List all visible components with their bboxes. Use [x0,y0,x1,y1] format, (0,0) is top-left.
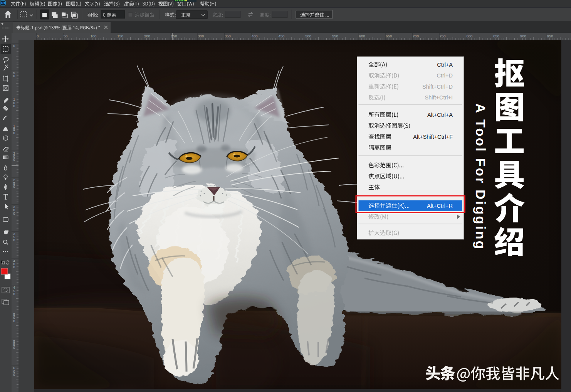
svg-text:700: 700 [413,34,419,38]
svg-text:Ctrl+A: Ctrl+A [437,62,453,68]
svg-text:0: 0 [13,211,15,215]
svg-text:400: 400 [252,34,258,38]
svg-text:200: 200 [144,34,150,38]
svg-text:0: 0 [13,292,15,296]
svg-text:Ps: Ps [1,1,5,5]
svg-text:750: 750 [440,34,446,38]
svg-text:300: 300 [198,34,204,38]
svg-text:0: 0 [13,131,15,135]
svg-text:Alt+Shift+Ctrl+F: Alt+Shift+Ctrl+F [413,134,453,140]
svg-text:600: 600 [359,34,365,38]
svg-text:0: 0 [13,238,15,242]
svg-text:0: 0 [13,104,15,108]
svg-text:0: 0 [13,184,15,188]
svg-text:550: 550 [332,34,338,38]
svg-text:Shift+Ctrl+I: Shift+Ctrl+I [425,94,453,101]
svg-text:0: 0 [13,319,15,323]
svg-text:Alt+Ctrl+A: Alt+Ctrl+A [427,112,453,118]
svg-text:50: 50 [64,34,68,38]
svg-text:450: 450 [278,34,284,38]
svg-text:850: 850 [493,34,499,38]
svg-text:0: 0 [13,157,15,162]
svg-text:950: 950 [547,34,553,38]
svg-text:0: 0 [13,265,15,269]
svg-text:250: 250 [171,34,177,38]
svg-text:0: 0 [37,34,39,38]
svg-text:Alt+Ctrl+R: Alt+Ctrl+R [427,203,453,209]
svg-text:150: 150 [117,34,123,38]
svg-text:900: 900 [520,34,526,38]
svg-text:Shift+Ctrl+D: Shift+Ctrl+D [422,84,453,90]
svg-text:0: 0 [13,44,15,48]
svg-text:Ctrl+D: Ctrl+D [437,72,453,79]
svg-text:0: 0 [13,345,15,350]
svg-text:500: 500 [305,34,311,38]
svg-text:650: 650 [386,34,392,38]
svg-text:800: 800 [467,34,473,38]
svg-text:0: 0 [13,74,15,78]
svg-text:0: 0 [13,372,15,377]
svg-text:100: 100 [90,34,96,38]
svg-text:350: 350 [225,34,231,38]
